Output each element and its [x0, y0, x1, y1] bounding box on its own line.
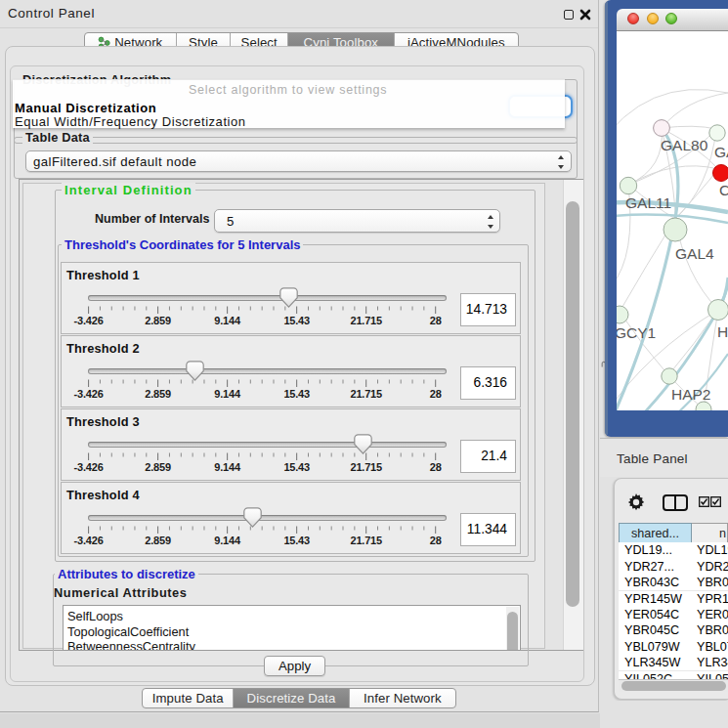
svg-text:GAL11: GAL11 — [625, 194, 671, 211]
svg-text:C: C — [719, 182, 728, 198]
svg-text:GA: GA — [714, 144, 728, 160]
svg-text:HAP2: HAP2 — [671, 386, 711, 403]
svg-text:GAL80: GAL80 — [661, 137, 708, 153]
svg-text:GCY1: GCY1 — [617, 324, 656, 341]
svg-text:H: H — [717, 323, 728, 340]
svg-text:GAL4: GAL4 — [675, 245, 714, 262]
